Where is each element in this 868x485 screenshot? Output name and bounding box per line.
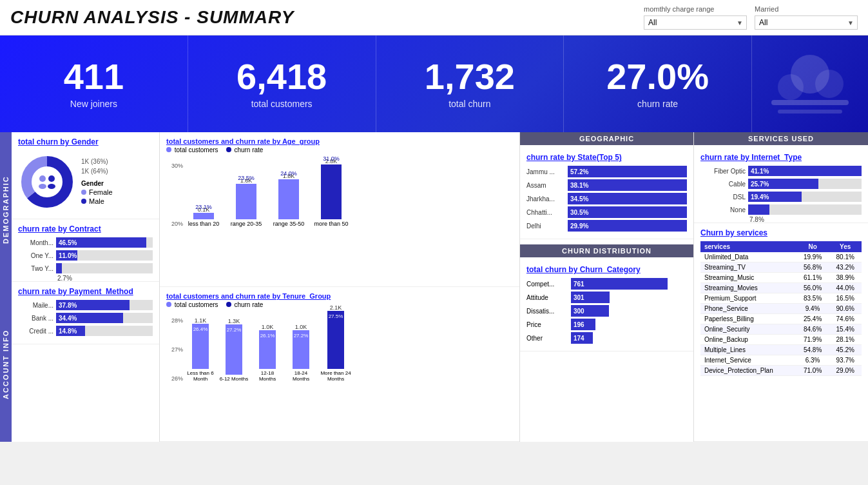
contract-month-fill: 46.5% (56, 237, 146, 248)
svc-yes: 29.0% (829, 366, 862, 376)
internet-none-track: 7.8% (748, 204, 862, 215)
payment-panel: churn rate by Payment_Method Maile... 37… (12, 282, 159, 344)
monthly-charge-select[interactable]: All (644, 15, 747, 30)
payment-chart-title[interactable]: churn rate by Payment_Method (18, 287, 153, 296)
age-y-30: 30% (171, 163, 183, 169)
female-label: Female (89, 188, 113, 196)
churn-other-label: Other (526, 335, 568, 342)
contract-one-val: 11.0% (59, 252, 77, 259)
svg-point-1 (778, 74, 804, 100)
internet-title[interactable]: churn rate by Internet_Type (700, 153, 862, 162)
kpi-illustration (752, 35, 868, 132)
left-column: total churn by Gender 1K (36%) 1K (6 (12, 132, 160, 442)
contract-bar-two: Two Y... 2.7% (18, 263, 153, 273)
married-wrapper[interactable]: All (755, 15, 858, 30)
gender-donut-svg (18, 153, 76, 211)
churn-compet: Compet... 761 (526, 278, 687, 290)
state-bars: Jammu ... 57.2% Assam 38.1% Jharkha... (526, 166, 687, 232)
churn-services-title[interactable]: Churn by services (700, 228, 862, 237)
tenure-g5: 2.1K 27.5% More than 24 Months (320, 304, 352, 382)
svc-no: 61.1% (796, 273, 829, 283)
services-table-row: Internet_Service6.3%93.7% (700, 355, 862, 366)
tenure-legend-customers: total customers (166, 301, 218, 308)
kpi-total-churn-value: 1,732 (425, 59, 515, 95)
state-delhi-track: 29.9% (568, 220, 687, 232)
svc-yes: 28.1% (829, 335, 862, 345)
svc-no: 54.8% (796, 345, 829, 355)
tenure-y-28: 28% (171, 317, 183, 324)
internet-fiber: Fiber Optic 41.1% (700, 166, 862, 176)
col-yes: Yes (829, 241, 862, 252)
svc-name: Online_Security (700, 324, 796, 335)
payment-credit-label: Credit ... (18, 328, 53, 335)
svg-point-10 (48, 175, 55, 182)
age-legend-customers: total customers (166, 146, 218, 153)
state-jammu-label: Jammu ... (526, 168, 565, 175)
svc-yes: 16.5% (829, 293, 862, 304)
services-table-row: Streaming_Movies56.0%44.0% (700, 283, 862, 293)
age-group-title[interactable]: total customers and churn rate by Age_gr… (166, 137, 513, 145)
churn-dissatis-label: Dissatis... (526, 308, 568, 315)
internet-cable: Cable 25.7% (700, 179, 862, 189)
churn-services-panel: Churn by services services No Yes Unlimi… (694, 223, 868, 442)
tenure-bar-chart: 28% 27% 26% 1.1K 26.4% Less than 6 Month (166, 311, 513, 382)
male-dot (81, 199, 86, 204)
married-select[interactable]: All (755, 15, 858, 30)
churn-compet-label: Compet... (526, 281, 568, 288)
tenure-legend-churn: churn rate (226, 301, 264, 308)
contract-one-track: 11.0% (56, 250, 153, 261)
header: CHURN ANALYSIS - SUMMARY momthly charge … (0, 0, 868, 35)
tenure-g3-k: 1.0K (262, 324, 274, 330)
tenure-g3-bar: 26.1% (259, 330, 276, 369)
state-title[interactable]: churn rate by State(Top 5) (526, 153, 687, 162)
tenure-legend-customers-label: total customers (175, 301, 218, 308)
kpi-banner: 411 New joiners 6,418 total customers 1,… (0, 35, 868, 132)
svc-yes: 38.9% (829, 273, 862, 283)
payment-bar-mail: Maile... 37.8% (18, 300, 153, 310)
internet-fiber-label: Fiber Optic (700, 168, 746, 175)
kpi-new-joiners-value: 411 (64, 59, 124, 95)
contract-one-label: One Y... (18, 252, 53, 259)
tenure-g4-bar: 27.2% (293, 330, 309, 369)
contract-chart-title[interactable]: churn rate by Contract (18, 224, 153, 233)
payment-bank-label: Bank ... (18, 315, 53, 322)
internet-fiber-track: 41.1% (748, 166, 862, 176)
services-table-row: Unlimited_Data19.9%80.1% (700, 252, 862, 262)
churn-compet-bar: 761 (571, 278, 668, 290)
churn-dissatis: Dissatis... 300 (526, 305, 687, 317)
churn-price-val: 196 (574, 321, 584, 328)
kpi-new-joiners: 411 New joiners (0, 35, 188, 132)
age-g3-label: range 35-50 (271, 221, 307, 227)
internet-dsl-label: DSL (700, 193, 746, 201)
services-table-row: Device_Protection_Plan71.0%29.0% (700, 366, 862, 376)
col-no: No (796, 241, 829, 252)
age-g4-label: more than 50 (313, 221, 349, 227)
churn-dist-title[interactable]: total churn by Churn_Category (526, 265, 687, 274)
tenure-g1: 1.1K 26.4% Less than 6 Month (186, 317, 215, 382)
churn-price: Price 196 (526, 319, 687, 330)
gender-legend-title: Gender (81, 180, 113, 187)
services-table-row: Online_Security84.6%15.4% (700, 324, 862, 335)
geo-column: GEOGRAPHIC churn rate by State(Top 5) Ja… (520, 132, 694, 442)
payment-mail-label: Maile... (18, 302, 53, 309)
monthly-charge-wrapper[interactable]: All (644, 15, 747, 30)
churn-attitude-val: 301 (574, 294, 584, 301)
tenure-g4-pct: 27.2% (294, 333, 309, 339)
tenure-y-axis: 28% 27% 26% (171, 317, 183, 382)
state-bar-jharkha: Jharkha... 34.5% (526, 193, 687, 204)
internet-fiber-fill: 41.1% (748, 166, 862, 176)
internet-dsl-track: 19.4% (748, 192, 862, 202)
tenure-title[interactable]: total customers and churn rate by Tenure… (166, 292, 513, 300)
age-g2-pct: 23.5% (238, 175, 255, 181)
svg-point-2 (815, 70, 844, 98)
internet-fiber-val: 41.1% (751, 168, 769, 175)
gender-chart-title[interactable]: total churn by Gender (18, 137, 153, 146)
services-table-row: Premium_Support83.5%16.5% (700, 293, 862, 304)
age-group-panel: total customers and churn rate by Age_gr… (160, 132, 519, 287)
state-jammu-track: 57.2% (568, 166, 687, 177)
contract-two-label: Two Y... (18, 265, 53, 272)
state-assam-track: 38.1% (568, 179, 687, 191)
gender-labels: 1K (36%) 1K (64%) Gender Female Male (81, 158, 113, 206)
svc-name: Online_Backup (700, 335, 796, 345)
age-g2-label: range 20-35 (228, 221, 264, 227)
